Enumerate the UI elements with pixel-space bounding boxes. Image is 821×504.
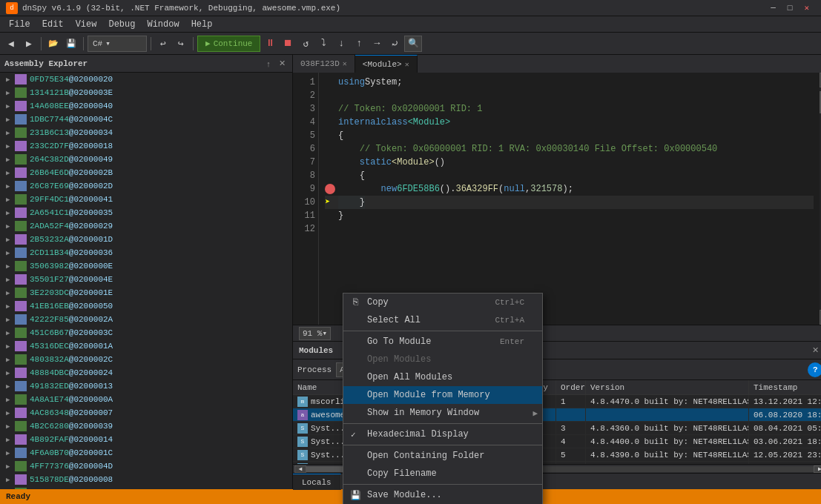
status-text: Ready — [6, 492, 30, 501]
ae-item-0[interactable]: ▶0FD75E34 @02000020 — [0, 73, 292, 86]
zoom-arrow: ▾ — [322, 328, 327, 338]
ctx-sep-2 — [343, 423, 542, 424]
ctx-open-module-from-memory[interactable]: Open Module from Memory — [343, 386, 542, 404]
step-out-btn[interactable]: ↑ — [351, 36, 367, 52]
ae-item-11[interactable]: ▶2ADA52F4 @02000029 — [0, 219, 292, 233]
menu-debug[interactable]: Debug — [102, 18, 141, 31]
hscroll-right[interactable]: ▶ — [814, 465, 821, 473]
ctx-open-all-modules[interactable]: Open All Modules — [343, 368, 542, 386]
ae-item-9[interactable]: ▶29FF4DC1 @02000041 — [0, 193, 292, 206]
ctx-open-containing-folder[interactable]: Open Containing Folder — [343, 447, 542, 465]
ctx-hexadecimal-display[interactable]: ✓ Hexadecimal Display — [343, 425, 542, 443]
dropdown-arrow: ▾ — [105, 39, 111, 48]
ae-item-14[interactable]: ▶35063982 @0200000E — [0, 259, 292, 273]
ctx-go-to-module[interactable]: Go To Module Enter — [343, 333, 542, 351]
step-over-btn[interactable]: ⤵ — [315, 36, 332, 52]
ae-item-6[interactable]: ▶264C382D @02000049 — [0, 153, 292, 166]
ae-list[interactable]: ▶0FD75E34 @02000020▶1314121B @0200003E▶1… — [0, 73, 292, 489]
ae-item-26[interactable]: ▶4B2C6280 @02000039 — [0, 420, 292, 433]
copy-icon: ⎘ — [349, 297, 361, 308]
ae-item-23[interactable]: ▶491832ED @02000013 — [0, 379, 292, 393]
continue-label: Continue — [214, 39, 253, 48]
step-into-btn[interactable]: ↓ — [333, 36, 349, 52]
ae-header: Assembly Explorer ↑ ✕ — [0, 55, 292, 73]
open-btn[interactable]: 📂 — [45, 36, 62, 52]
restart-btn[interactable]: ↺ — [297, 36, 314, 52]
app-icon: d — [6, 2, 18, 14]
menubar: File Edit View Debug Window Help — [0, 16, 821, 33]
tab-locals[interactable]: Locals — [293, 474, 341, 490]
ae-item-25[interactable]: ▶4AC86348 @02000007 — [0, 406, 292, 420]
ae-item-22[interactable]: ▶48884DBC @02000024 — [0, 366, 292, 379]
tab-module[interactable]: <Module> ✕ — [355, 55, 418, 73]
ae-item-20[interactable]: ▶45316DEC @0200001A — [0, 339, 292, 353]
ctx-show-in-memory-window[interactable]: Show in Memory Window ▶ — [343, 404, 542, 422]
modules-close-x[interactable]: ✕ — [809, 345, 821, 357]
continue-button[interactable]: ▶ Continue — [197, 36, 260, 52]
ae-item-27[interactable]: ▶4B892FAF @02000014 — [0, 433, 292, 446]
show-next-btn[interactable]: ⤾ — [386, 36, 403, 52]
ae-item-8[interactable]: ▶26C87E69 @0200002D — [0, 179, 292, 193]
ae-item-30[interactable]: ▶515878DE @02000008 — [0, 473, 292, 486]
menu-view[interactable]: View — [70, 18, 103, 31]
tab-close-2[interactable]: ✕ — [405, 60, 409, 69]
ae-close[interactable]: ✕ — [276, 58, 288, 70]
code-content[interactable]: using System; // Token: 0x02000001 RID: … — [319, 73, 820, 325]
ae-item-16[interactable]: ▶3E2203DC @0200001E — [0, 286, 292, 299]
forward-btn[interactable]: ▶ — [21, 36, 37, 52]
tab-038F123D[interactable]: 038F123D ✕ — [293, 55, 355, 73]
ae-item-19[interactable]: ▶451C6B67 @0200003C — [0, 326, 292, 339]
hscroll-left[interactable]: ◀ — [294, 465, 306, 473]
col-header-order: Order — [556, 380, 586, 394]
maximize-btn[interactable]: □ — [782, 4, 799, 13]
ae-item-10[interactable]: ▶2A6541C1 @02000035 — [0, 206, 292, 219]
ae-item-31[interactable]: ▶51C32538 @02000028 — [0, 486, 292, 489]
save-icon: 💾 — [349, 490, 361, 500]
ae-item-13[interactable]: ▶2CD11B34 @02000036 — [0, 246, 292, 259]
sep2 — [83, 37, 84, 50]
zoom-dropdown[interactable]: 91 % ▾ — [299, 327, 331, 340]
ae-scroll-up[interactable]: ↑ — [263, 58, 274, 70]
ctx-sep-1 — [343, 331, 542, 331]
undo-btn[interactable]: ↩ — [155, 36, 171, 52]
menu-help[interactable]: Help — [185, 18, 219, 31]
menu-file[interactable]: File — [3, 18, 36, 31]
pause-btn[interactable]: ⏸ — [262, 36, 278, 52]
ae-item-3[interactable]: ▶1DBC7744 @0200004C — [0, 113, 292, 126]
ae-item-24[interactable]: ▶4A8A1E74 @0200000A — [0, 393, 292, 406]
process-label: Process — [297, 365, 332, 374]
language-dropdown[interactable]: C# ▾ — [88, 36, 147, 52]
run-to-btn[interactable]: → — [369, 36, 385, 52]
modules-header-btns: ✕ — [809, 345, 821, 357]
ae-item-1[interactable]: ▶1314121B @0200003E — [0, 86, 292, 99]
mod-icon: m — [297, 397, 308, 407]
redo-btn[interactable]: ↪ — [173, 36, 189, 52]
menu-window[interactable]: Window — [141, 18, 185, 31]
ae-item-17[interactable]: ▶41EB16EB @02000050 — [0, 299, 292, 313]
menu-edit[interactable]: Edit — [36, 18, 70, 31]
close-btn[interactable]: ✕ — [798, 3, 815, 13]
ctx-select-all[interactable]: Select All Ctrl+A — [343, 311, 542, 329]
stop-btn[interactable]: ⏹ — [280, 36, 296, 52]
help-btn[interactable]: ? — [808, 362, 821, 377]
ae-item-18[interactable]: ▶42222F85 @0200002A — [0, 313, 292, 326]
ae-item-2[interactable]: ▶14A608EE @02000040 — [0, 99, 292, 113]
ctx-copy[interactable]: ⎘ Copy Ctrl+C — [343, 294, 542, 311]
ae-item-28[interactable]: ▶4F6A0B70 @0200001C — [0, 446, 292, 460]
ae-item-21[interactable]: ▶4803832A @0200002C — [0, 353, 292, 366]
tab-close-1[interactable]: ✕ — [343, 59, 347, 68]
ae-item-12[interactable]: ▶2B53232A @0200001D — [0, 233, 292, 246]
ae-item-4[interactable]: ▶231B6C13 @02000034 — [0, 126, 292, 139]
save-btn[interactable]: 💾 — [63, 36, 79, 52]
search-btn[interactable]: 🔍 — [404, 36, 422, 52]
ctx-save-module[interactable]: 💾 Save Module... — [343, 486, 542, 504]
back-btn[interactable]: ◀ — [3, 36, 19, 52]
ctx-copy-filename[interactable]: Copy Filename — [343, 465, 542, 483]
minimize-btn[interactable]: ─ — [765, 4, 782, 13]
code-line-1: using System; — [325, 76, 814, 89]
ae-item-5[interactable]: ▶233C2D7F @02000018 — [0, 139, 292, 153]
ae-title: Assembly Explorer — [4, 59, 88, 68]
ae-item-7[interactable]: ▶26B64E6D @0200002B — [0, 166, 292, 179]
ae-item-15[interactable]: ▶35501F27 @0200004E — [0, 273, 292, 286]
ae-item-29[interactable]: ▶4FF77376 @0200004D — [0, 460, 292, 473]
